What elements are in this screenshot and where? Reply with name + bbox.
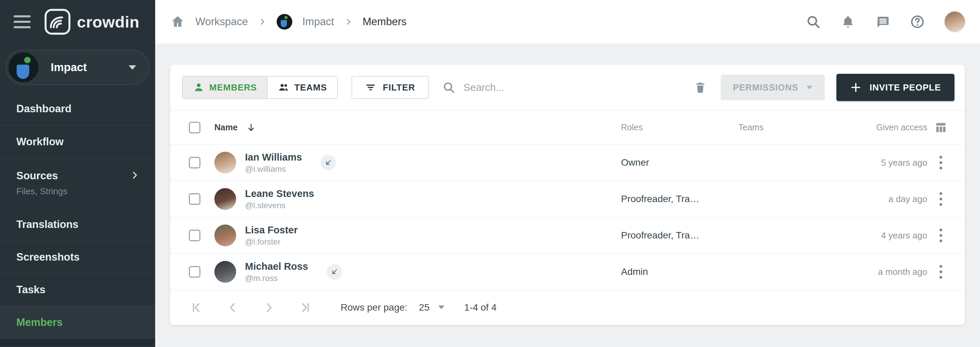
member-roles: Admin [621, 266, 738, 277]
member-avatar [215, 261, 236, 283]
member-roles: Owner [621, 157, 738, 168]
row-menu-icon[interactable] [935, 152, 946, 174]
crowdin-logo-icon [43, 8, 72, 36]
select-all-checkbox[interactable] [189, 122, 200, 133]
breadcrumb: Workspace Impact Members [170, 14, 806, 30]
sidebar-header: crowdin [0, 0, 155, 43]
chevron-right-icon [130, 170, 140, 181]
chevron-right-icon [344, 18, 353, 26]
member-roles: Proofreader, Tra… [621, 230, 738, 241]
search-icon[interactable] [806, 14, 821, 29]
table-pagination: Rows per page: 25 1-4 of 4 [170, 290, 965, 325]
trash-icon [694, 81, 707, 94]
filter-icon [365, 82, 376, 93]
chevron-down-icon [807, 86, 813, 89]
sidebar-item-translations[interactable]: Translations [0, 208, 155, 240]
breadcrumb-workspace[interactable]: Workspace [195, 16, 248, 28]
member-name[interactable]: Michael Ross [245, 261, 308, 272]
row-checkbox[interactable] [189, 266, 200, 278]
sidebar-divider [0, 339, 155, 345]
member-given-access: a day ago [871, 194, 927, 204]
first-page-icon[interactable] [189, 300, 205, 315]
breadcrumb-project-avatar-icon [277, 14, 292, 30]
joined-via-invite-icon [321, 155, 336, 170]
member-name[interactable]: Leane Stevens [245, 188, 314, 200]
member-handle: @i.williams [245, 164, 302, 174]
plus-icon [850, 82, 862, 93]
table-header: Name Roles Teams Given access [170, 111, 965, 145]
topbar-icons [806, 11, 965, 32]
table-row[interactable]: Leane Stevens @l.stevens Proofreader, Tr… [170, 181, 965, 217]
column-header-roles[interactable]: Roles [621, 123, 738, 132]
member-roles: Proofreader, Tra… [621, 194, 738, 204]
chevron-down-icon [129, 65, 136, 70]
sidebar: crowdin Impact Dashboard Workflow Source… [0, 0, 155, 347]
row-menu-icon[interactable] [935, 224, 946, 246]
notifications-bell-icon[interactable] [840, 14, 856, 29]
app: crowdin Impact Dashboard Workflow Source… [0, 0, 980, 347]
column-header-given-access[interactable]: Given access [871, 123, 927, 132]
member-name[interactable]: Ian Williams [245, 151, 302, 163]
brand-name: crowdin [77, 13, 140, 31]
pagination-range: 1-4 of 4 [464, 302, 496, 313]
sidebar-item-sources-sublabel: Files, Strings [16, 186, 140, 197]
project-avatar-icon [8, 53, 38, 82]
columns-settings-icon[interactable] [935, 121, 947, 134]
filter-button[interactable]: FILTER [352, 76, 429, 99]
member-given-access: a month ago [871, 267, 927, 277]
member-avatar [215, 152, 236, 174]
last-page-icon[interactable] [297, 300, 313, 315]
sidebar-item-screenshots[interactable]: Screenshots [0, 240, 155, 273]
column-header-name[interactable]: Name [215, 123, 621, 132]
table-row[interactable]: Ian Williams @i.williams Owner 5 years a… [170, 145, 965, 181]
row-menu-icon[interactable] [935, 261, 946, 283]
crowdin-logo[interactable]: crowdin [43, 8, 140, 36]
table-row[interactable]: Lisa Foster @l.forster Proofreader, Tra…… [170, 217, 965, 254]
delete-button[interactable] [692, 79, 709, 96]
toolbar-actions: PERMISSIONS INVITE PEOPLE [692, 74, 955, 101]
member-handle: @l.stevens [245, 201, 314, 210]
view-tabs: MEMBERS TEAMS [182, 76, 338, 99]
sidebar-item-workflow[interactable]: Workflow [0, 125, 155, 158]
joined-via-invite-icon [327, 264, 342, 280]
chevron-down-icon[interactable] [438, 306, 444, 309]
previous-page-icon[interactable] [225, 300, 240, 315]
help-icon[interactable] [910, 14, 925, 29]
member-handle: @m.ross [245, 274, 308, 283]
search-box [442, 81, 678, 94]
permissions-button[interactable]: PERMISSIONS [721, 75, 825, 100]
home-icon[interactable] [170, 14, 185, 29]
member-avatar [215, 188, 236, 210]
row-checkbox[interactable] [189, 157, 200, 169]
table-row[interactable]: Michael Ross @m.ross Admin a month ago [170, 254, 965, 290]
row-checkbox[interactable] [189, 230, 200, 241]
breadcrumb-current: Members [363, 16, 407, 28]
sidebar-item-sources[interactable]: Sources Files, Strings [0, 158, 155, 208]
row-checkbox[interactable] [189, 193, 200, 205]
member-name[interactable]: Lisa Foster [245, 224, 298, 236]
main-content: MEMBERS TEAMS FILTER [155, 43, 980, 347]
invite-people-button[interactable]: INVITE PEOPLE [837, 74, 955, 101]
menu-icon[interactable] [14, 15, 30, 28]
tab-teams[interactable]: TEAMS [267, 76, 337, 98]
user-avatar[interactable] [945, 11, 965, 32]
row-menu-icon[interactable] [935, 188, 946, 210]
topbar: Workspace Impact Members [155, 0, 980, 43]
next-page-icon[interactable] [261, 300, 277, 315]
members-card: MEMBERS TEAMS FILTER [170, 65, 965, 325]
column-header-teams[interactable]: Teams [738, 123, 871, 132]
sidebar-item-tasks[interactable]: Tasks [0, 273, 155, 306]
project-selector[interactable]: Impact [5, 50, 150, 85]
member-avatar [215, 224, 236, 246]
rows-per-page-label: Rows per page: [340, 302, 407, 313]
rows-per-page-value[interactable]: 25 [419, 302, 430, 313]
search-input[interactable] [463, 82, 678, 93]
search-icon [442, 81, 455, 94]
messages-icon[interactable] [875, 14, 890, 29]
breadcrumb-project[interactable]: Impact [302, 16, 334, 28]
sort-descending-icon [247, 123, 256, 132]
people-icon [278, 82, 290, 93]
tab-members[interactable]: MEMBERS [183, 76, 267, 98]
sidebar-item-dashboard[interactable]: Dashboard [0, 92, 155, 125]
sidebar-item-members[interactable]: Members [0, 306, 155, 339]
